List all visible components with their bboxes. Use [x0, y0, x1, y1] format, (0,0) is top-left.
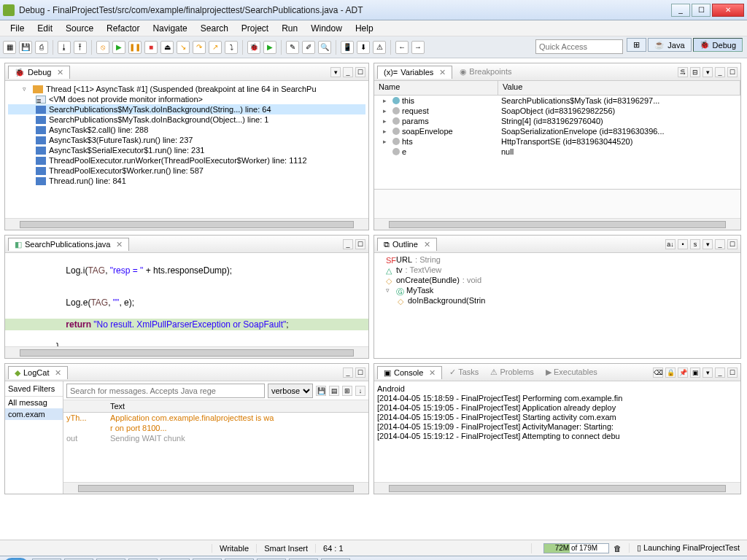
sort-icon[interactable]: a↓ — [665, 239, 676, 249]
menu-run[interactable]: Run — [276, 22, 303, 35]
close-icon[interactable]: ✕ — [116, 240, 123, 249]
code-editor[interactable]: Log.i(TAG, "resp = " + hts.responseDump)… — [5, 253, 368, 346]
outline-tree[interactable]: SFURL : String △tv : TextView ◇onCreate(… — [374, 253, 740, 358]
open-console-icon[interactable]: ▾ — [703, 368, 713, 378]
scroll-lock-icon[interactable]: 🔒 — [665, 368, 676, 378]
filter-all[interactable]: All messag — [5, 397, 63, 408]
maximize-button[interactable]: ☐ — [692, 4, 711, 17]
close-button[interactable]: ✕ — [712, 4, 744, 17]
disconnect-icon[interactable]: ⏏ — [160, 41, 174, 54]
save-log-icon[interactable]: 💾 — [316, 386, 326, 396]
gc-icon[interactable]: 🗑 — [614, 544, 622, 553]
save-all-icon[interactable]: ⎙ — [35, 41, 48, 54]
minimize-button[interactable]: _ — [671, 4, 690, 17]
vars-hscroll[interactable] — [374, 218, 740, 230]
hide-static-icon[interactable]: s — [690, 239, 700, 249]
clear-log-icon[interactable]: ▤ — [329, 386, 339, 396]
run-icon[interactable]: ▶ — [263, 41, 276, 54]
open-perspective-icon[interactable]: ⊞ — [627, 38, 646, 52]
close-icon[interactable]: ✕ — [57, 68, 63, 77]
step-over-icon[interactable]: ↷ — [193, 41, 206, 54]
breakpoints-tab[interactable]: ◉ Breakpoints — [455, 66, 516, 78]
menu-source[interactable]: Source — [60, 22, 99, 35]
executables-tab[interactable]: ▶ Executables — [541, 366, 602, 378]
minimize-view-icon[interactable]: _ — [715, 67, 725, 77]
lint-icon[interactable]: ⚠ — [373, 41, 386, 54]
maximize-view-icon[interactable]: ☐ — [727, 239, 738, 249]
logcat-search-input[interactable] — [66, 384, 265, 398]
maximize-view-icon[interactable]: ☐ — [727, 368, 738, 378]
menu-icon[interactable]: ▾ — [703, 67, 713, 77]
suspend-icon[interactable]: ❚❚ — [128, 41, 142, 54]
display-icon[interactable]: ⊞ — [342, 386, 352, 396]
col-value[interactable]: Value — [498, 81, 740, 95]
export-icon[interactable]: ⭱ — [74, 41, 87, 54]
sdk-icon[interactable]: ⬇ — [357, 41, 370, 54]
problems-tab[interactable]: ⚠ Problems — [486, 366, 538, 378]
variables-tab[interactable]: (x)=Variables✕ — [377, 66, 452, 79]
maximize-view-icon[interactable]: ☐ — [355, 368, 365, 378]
hide-fields-icon[interactable]: • — [678, 239, 688, 249]
col-name[interactable]: Name — [374, 81, 498, 95]
menu-search[interactable]: Search — [195, 22, 234, 35]
display-console-icon[interactable]: ▣ — [690, 368, 700, 378]
show-type-icon[interactable]: ⥹ — [678, 67, 688, 77]
maximize-view-icon[interactable]: ☐ — [355, 239, 365, 249]
debug-dropdown-icon[interactable]: ▾ — [330, 67, 341, 77]
find-icon[interactable]: 🔍 — [318, 41, 331, 54]
variables-body[interactable]: ▸thisSearchPublications$MyTask (id=83196… — [374, 96, 740, 189]
import-icon[interactable]: ⭳ — [58, 41, 71, 54]
stack-frame-5[interactable]: ThreadPoolExecutor.runWorker(ThreadPoolE… — [8, 155, 365, 166]
perspective-debug[interactable]: 🐞Debug — [693, 38, 743, 52]
console-tab[interactable]: ▣Console✕ — [377, 366, 442, 379]
console-hscroll[interactable] — [374, 482, 740, 494]
menu-navigate[interactable]: Navigate — [147, 22, 193, 35]
variable-detail-pane[interactable] — [374, 189, 740, 218]
close-icon[interactable]: ✕ — [55, 368, 61, 378]
stack-frame-7[interactable]: Thread.run() line: 841 — [8, 176, 365, 186]
logcat-hscroll[interactable] — [63, 482, 368, 494]
minimize-view-icon[interactable]: _ — [715, 368, 725, 378]
step-into-icon[interactable]: ↘ — [177, 41, 190, 54]
logcat-tab[interactable]: ◆LogCat✕ — [8, 366, 68, 379]
perspective-java[interactable]: ☕Java — [648, 38, 691, 52]
wand2-icon[interactable]: ✐ — [302, 41, 315, 54]
minimize-view-icon[interactable]: _ — [343, 368, 353, 378]
stack-frame-3[interactable]: AsyncTask$3(FutureTask).run() line: 237 — [8, 135, 365, 145]
close-icon[interactable]: ✕ — [429, 368, 436, 378]
terminate-icon[interactable]: ■ — [144, 41, 158, 54]
logcat-level-select[interactable]: verbose — [268, 384, 313, 398]
stack-frame-4[interactable]: AsyncTask$SerialExecutor$1.run() line: 2… — [8, 145, 365, 155]
menu-edit[interactable]: Edit — [31, 22, 58, 35]
menu-window[interactable]: Window — [305, 22, 348, 35]
tasks-tab[interactable]: ✓ Tasks — [445, 366, 483, 378]
start-button[interactable] — [3, 558, 29, 561]
menu-project[interactable]: Project — [236, 22, 274, 35]
scroll-lock-icon[interactable]: ↓ — [355, 386, 365, 396]
clear-console-icon[interactable]: ⌫ — [653, 368, 663, 378]
heap-progress[interactable]: 72M of 179M — [543, 543, 609, 553]
stack-frame-1[interactable]: SearchPublications$MyTask.doInBackground… — [8, 114, 365, 125]
close-icon[interactable]: ✕ — [424, 240, 430, 249]
menu-icon[interactable]: ▾ — [703, 239, 713, 249]
skip-breakpoints-icon[interactable]: ⦸ — [96, 41, 109, 54]
filter-com-exam[interactable]: com.exam — [5, 408, 63, 420]
step-return-icon[interactable]: ↗ — [209, 41, 222, 54]
collapse-icon[interactable]: ⊟ — [690, 67, 700, 77]
resume-icon[interactable]: ▶ — [112, 41, 125, 54]
stack-frame-6[interactable]: ThreadPoolExecutor$Worker.run() line: 58… — [8, 166, 365, 176]
forward-icon[interactable]: → — [411, 41, 425, 54]
menu-file[interactable]: File — [4, 22, 30, 35]
pin-icon[interactable]: 📌 — [678, 368, 688, 378]
debug-tab[interactable]: 🐞Debug✕ — [8, 66, 70, 79]
stack-frame-2[interactable]: AsyncTask$2.call() line: 288 — [8, 125, 365, 135]
minimize-view-icon[interactable]: _ — [715, 239, 725, 249]
menu-refactor[interactable]: Refactor — [101, 22, 145, 35]
quick-access-input[interactable] — [535, 39, 623, 54]
logcat-table[interactable]: Text yTh...Application com.example.final… — [63, 400, 368, 482]
wand-icon[interactable]: ✎ — [286, 41, 299, 54]
stack-frame-0[interactable]: SearchPublications$MyTask.doInBackground… — [8, 104, 365, 114]
drop-frame-icon[interactable]: ⤵ — [225, 41, 238, 54]
save-icon[interactable]: 💾 — [19, 41, 32, 54]
debug-hscroll[interactable] — [5, 218, 368, 230]
